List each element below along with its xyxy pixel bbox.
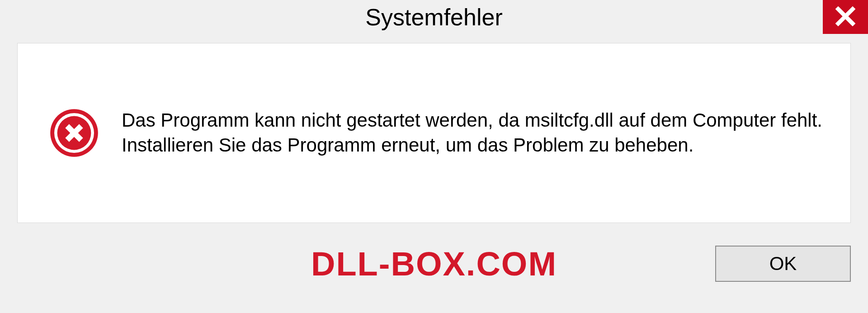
close-icon	[835, 5, 856, 29]
ok-button[interactable]: OK	[715, 246, 851, 282]
close-button[interactable]	[823, 0, 868, 34]
watermark-text: DLL-BOX.COM	[311, 245, 557, 283]
dialog-footer: DLL-BOX.COM OK	[0, 223, 868, 304]
error-icon	[49, 108, 99, 158]
error-message: Das Programm kann nicht gestartet werden…	[122, 108, 828, 157]
dialog-content: Das Programm kann nicht gestartet werden…	[17, 43, 851, 223]
dialog-titlebar: Systemfehler	[0, 0, 868, 43]
dialog-title: Systemfehler	[365, 4, 502, 31]
